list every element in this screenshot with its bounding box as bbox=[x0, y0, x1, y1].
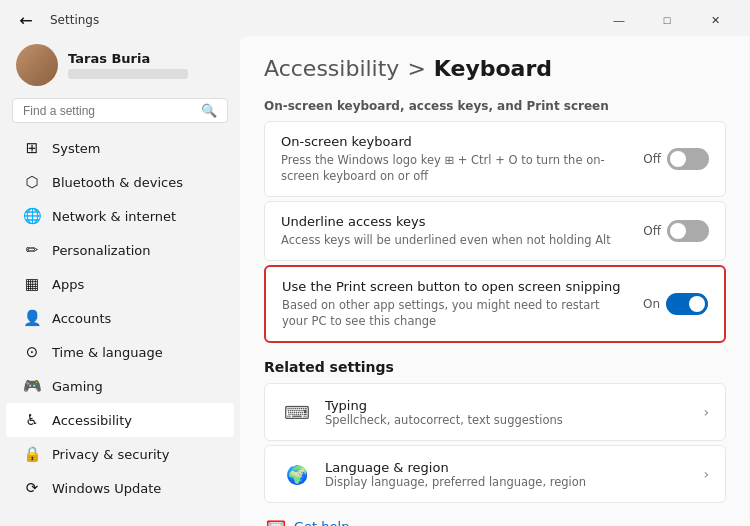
card-desc-onscreen-keyboard: Press the Windows logo key ⊞ + Ctrl + O … bbox=[281, 152, 627, 184]
toggle-label-print-screen: On bbox=[643, 297, 660, 311]
sidebar-item-label-accounts: Accounts bbox=[52, 311, 218, 326]
toggle-wrapper-onscreen-keyboard: Off bbox=[643, 148, 709, 170]
card-text-underline-access-keys: Underline access keysAccess keys will be… bbox=[281, 214, 627, 248]
breadcrumb-separator: > bbox=[407, 56, 425, 81]
sidebar-item-label-time: Time & language bbox=[52, 345, 218, 360]
toggle-knob-print-screen bbox=[689, 296, 705, 312]
close-button[interactable]: ✕ bbox=[692, 6, 738, 34]
toggle-print-screen[interactable] bbox=[666, 293, 708, 315]
user-profile[interactable]: Taras Buria bbox=[0, 36, 240, 98]
search-input[interactable] bbox=[23, 104, 195, 118]
sidebar-item-label-windows-update: Windows Update bbox=[52, 481, 218, 496]
related-title-typing: Typing bbox=[325, 398, 691, 413]
titlebar-left: ← Settings bbox=[12, 6, 99, 34]
sidebar-item-personalization[interactable]: ✏Personalization bbox=[6, 233, 234, 267]
sidebar-item-label-accessibility: Accessibility bbox=[52, 413, 218, 428]
help-link[interactable]: 🥅 Get help bbox=[264, 517, 726, 526]
help-icon: 🥅 bbox=[266, 517, 286, 526]
section1-title: On-screen keyboard, access keys, and Pri… bbox=[264, 99, 726, 113]
card-text-onscreen-keyboard: On-screen keyboardPress the Windows logo… bbox=[281, 134, 627, 184]
help-label: Get help bbox=[294, 519, 349, 526]
sidebar-item-label-apps: Apps bbox=[52, 277, 218, 292]
user-info: Taras Buria bbox=[68, 51, 224, 79]
toggle-wrapper-underline-access-keys: Off bbox=[643, 220, 709, 242]
typing-icon: ⌨ bbox=[281, 396, 313, 428]
breadcrumb: Accessibility > Keyboard bbox=[264, 56, 726, 81]
titlebar-controls: — □ ✕ bbox=[596, 6, 738, 34]
sidebar-item-accounts[interactable]: 👤Accounts bbox=[6, 301, 234, 335]
sidebar-item-label-bluetooth: Bluetooth & devices bbox=[52, 175, 218, 190]
sidebar-item-bluetooth[interactable]: ⬡Bluetooth & devices bbox=[6, 165, 234, 199]
sidebar-item-label-system: System bbox=[52, 141, 218, 156]
accessibility-nav-icon: ♿ bbox=[22, 410, 42, 430]
minimize-button[interactable]: — bbox=[596, 6, 642, 34]
sidebar-item-privacy[interactable]: 🔒Privacy & security bbox=[6, 437, 234, 471]
system-nav-icon: ⊞ bbox=[22, 138, 42, 158]
sidebar-item-accessibility[interactable]: ♿Accessibility bbox=[6, 403, 234, 437]
chevron-right-icon: › bbox=[703, 466, 709, 482]
related-cards: ⌨TypingSpellcheck, autocorrect, text sug… bbox=[264, 383, 726, 503]
accounts-nav-icon: 👤 bbox=[22, 308, 42, 328]
language-region-icon: 🌍 bbox=[281, 458, 313, 490]
sidebar-item-apps[interactable]: ▦Apps bbox=[6, 267, 234, 301]
sidebar-item-label-gaming: Gaming bbox=[52, 379, 218, 394]
settings-cards: On-screen keyboardPress the Windows logo… bbox=[264, 121, 726, 343]
toggle-onscreen-keyboard[interactable] bbox=[667, 148, 709, 170]
maximize-button[interactable]: □ bbox=[644, 6, 690, 34]
windows-update-nav-icon: ⟳ bbox=[22, 478, 42, 498]
related-title-language-region: Language & region bbox=[325, 460, 691, 475]
settings-card-underline-access-keys: Underline access keysAccess keys will be… bbox=[264, 201, 726, 261]
card-desc-underline-access-keys: Access keys will be underlined even when… bbox=[281, 232, 627, 248]
bluetooth-nav-icon: ⬡ bbox=[22, 172, 42, 192]
sidebar-item-label-privacy: Privacy & security bbox=[52, 447, 218, 462]
card-title-underline-access-keys: Underline access keys bbox=[281, 214, 627, 229]
related-desc-language-region: Display language, preferred language, re… bbox=[325, 475, 691, 489]
sidebar-item-windows-update[interactable]: ⟳Windows Update bbox=[6, 471, 234, 505]
related-card-language-region[interactable]: 🌍Language & regionDisplay language, pref… bbox=[264, 445, 726, 503]
app-body: Taras Buria 🔍 ⊞System⬡Bluetooth & device… bbox=[0, 36, 750, 526]
settings-card-print-screen: Use the Print screen button to open scre… bbox=[264, 265, 726, 343]
user-email bbox=[68, 69, 188, 79]
gaming-nav-icon: 🎮 bbox=[22, 376, 42, 396]
sidebar-item-system[interactable]: ⊞System bbox=[6, 131, 234, 165]
titlebar: ← Settings — □ ✕ bbox=[0, 0, 750, 36]
sidebar-item-gaming[interactable]: 🎮Gaming bbox=[6, 369, 234, 403]
sidebar-item-label-personalization: Personalization bbox=[52, 243, 218, 258]
related-card-typing[interactable]: ⌨TypingSpellcheck, autocorrect, text sug… bbox=[264, 383, 726, 441]
breadcrumb-parent[interactable]: Accessibility bbox=[264, 56, 399, 81]
toggle-underline-access-keys[interactable] bbox=[667, 220, 709, 242]
time-nav-icon: ⊙ bbox=[22, 342, 42, 362]
personalization-nav-icon: ✏ bbox=[22, 240, 42, 260]
toggle-label-underline-access-keys: Off bbox=[643, 224, 661, 238]
avatar-image bbox=[16, 44, 58, 86]
privacy-nav-icon: 🔒 bbox=[22, 444, 42, 464]
search-box[interactable]: 🔍 bbox=[12, 98, 228, 123]
sidebar: Taras Buria 🔍 ⊞System⬡Bluetooth & device… bbox=[0, 36, 240, 526]
avatar bbox=[16, 44, 58, 86]
user-name: Taras Buria bbox=[68, 51, 224, 66]
toggle-label-onscreen-keyboard: Off bbox=[643, 152, 661, 166]
content-area: Accessibility > Keyboard On-screen keybo… bbox=[240, 36, 750, 526]
network-nav-icon: 🌐 bbox=[22, 206, 42, 226]
sidebar-item-time[interactable]: ⊙Time & language bbox=[6, 335, 234, 369]
back-button[interactable]: ← bbox=[12, 6, 40, 34]
card-title-onscreen-keyboard: On-screen keyboard bbox=[281, 134, 627, 149]
card-text-print-screen: Use the Print screen button to open scre… bbox=[282, 279, 627, 329]
apps-nav-icon: ▦ bbox=[22, 274, 42, 294]
titlebar-title: Settings bbox=[50, 13, 99, 27]
sidebar-item-network[interactable]: 🌐Network & internet bbox=[6, 199, 234, 233]
card-desc-print-screen: Based on other app settings, you might n… bbox=[282, 297, 627, 329]
card-title-print-screen: Use the Print screen button to open scre… bbox=[282, 279, 627, 294]
toggle-wrapper-print-screen: On bbox=[643, 293, 708, 315]
related-text-typing: TypingSpellcheck, autocorrect, text sugg… bbox=[325, 398, 691, 427]
sidebar-item-label-network: Network & internet bbox=[52, 209, 218, 224]
related-settings-title: Related settings bbox=[264, 359, 726, 375]
related-desc-typing: Spellcheck, autocorrect, text suggestion… bbox=[325, 413, 691, 427]
toggle-knob-underline-access-keys bbox=[670, 223, 686, 239]
settings-card-onscreen-keyboard: On-screen keyboardPress the Windows logo… bbox=[264, 121, 726, 197]
nav-list: ⊞System⬡Bluetooth & devices🌐Network & in… bbox=[0, 131, 240, 505]
related-text-language-region: Language & regionDisplay language, prefe… bbox=[325, 460, 691, 489]
breadcrumb-current: Keyboard bbox=[434, 56, 552, 81]
search-icon: 🔍 bbox=[201, 103, 217, 118]
chevron-right-icon: › bbox=[703, 404, 709, 420]
